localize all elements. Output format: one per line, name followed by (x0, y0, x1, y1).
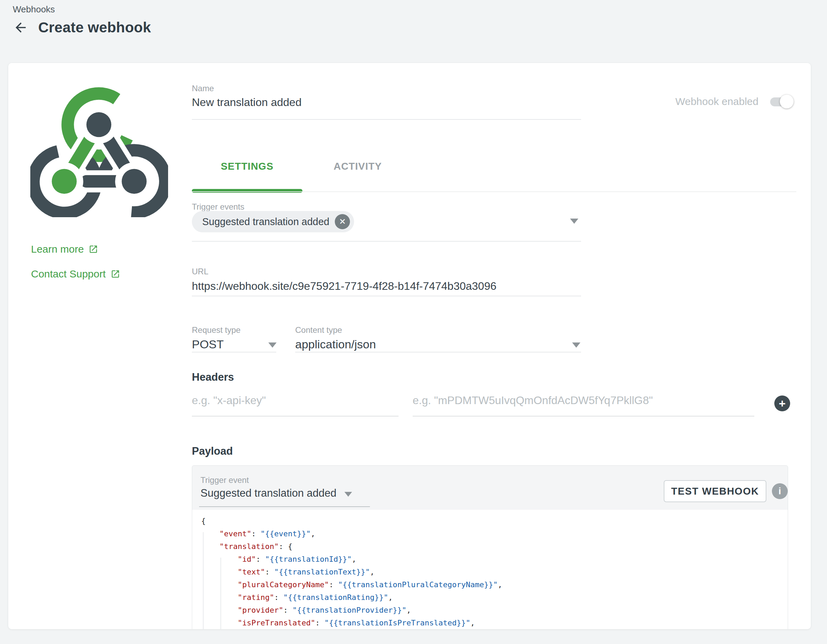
contact-support-label: Contact Support (31, 268, 106, 280)
content-type-select[interactable]: application/json (295, 338, 376, 351)
headers-heading: Headers (192, 371, 234, 383)
name-underline (192, 119, 581, 120)
info-icon: i (779, 486, 781, 497)
payload-code-area[interactable]: { "event": "{{event}}", "translation": {… (192, 510, 788, 629)
request-type-select[interactable]: POST (192, 338, 224, 351)
url-label: URL (192, 267, 208, 276)
payload-heading: Payload (192, 445, 233, 457)
webhook-logo (30, 87, 168, 217)
add-header-button[interactable]: + (774, 395, 790, 411)
arrow-back-icon (13, 20, 28, 35)
webhook-enabled-label: Webhook enabled (676, 96, 758, 107)
create-webhook-page: Webhooks Create webhook Learn more (0, 0, 827, 644)
back-button[interactable] (13, 20, 28, 36)
url-input[interactable] (192, 280, 571, 292)
name-input[interactable] (192, 96, 571, 109)
trigger-event-underline (199, 506, 370, 507)
open-in-new-icon (89, 244, 98, 254)
tab-activity[interactable]: ACTIVITY (303, 150, 413, 183)
active-tab-indicator (192, 189, 303, 193)
header-value-input[interactable] (413, 394, 754, 417)
webhook-card: Learn more Contact Support Name Webhook … (8, 63, 811, 629)
test-webhook-button[interactable]: TEST WEBHOOK (664, 480, 766, 502)
tab-settings[interactable]: SETTINGS (192, 150, 303, 183)
request-type-label: Request type (192, 325, 240, 335)
page-title: Create webhook (38, 19, 151, 36)
request-type-underline (192, 352, 276, 353)
webhook-enabled-toggle[interactable] (770, 95, 793, 109)
content-type-dropdown-arrow-icon[interactable] (572, 342, 580, 348)
chip-remove-button[interactable]: ✕ (335, 214, 350, 229)
webhook-enabled-row: Webhook enabled (676, 95, 793, 109)
info-button[interactable]: i (772, 483, 788, 499)
tab-bar: SETTINGS ACTIVITY (192, 150, 413, 183)
trigger-event-chip[interactable]: Suggested translation added ✕ (192, 211, 354, 232)
trigger-events-underline (192, 241, 581, 242)
contact-support-link[interactable]: Contact Support (31, 268, 120, 280)
payload-panel: Trigger event Suggested translation adde… (192, 465, 788, 629)
learn-more-link[interactable]: Learn more (31, 243, 98, 255)
trigger-event-label: Trigger event (200, 475, 249, 485)
chip-label: Suggested translation added (202, 216, 329, 227)
open-in-new-icon (111, 269, 120, 279)
close-icon: ✕ (339, 217, 346, 227)
learn-more-label: Learn more (31, 243, 84, 255)
header-key-input[interactable] (192, 394, 398, 417)
request-type-dropdown-arrow-icon[interactable] (268, 342, 276, 348)
trigger-event-dropdown-arrow-icon[interactable] (345, 492, 352, 497)
content-type-underline (295, 352, 581, 353)
trigger-events-dropdown-arrow-icon[interactable] (570, 219, 578, 224)
trigger-event-select[interactable]: Suggested translation added (200, 487, 337, 499)
plus-icon: + (779, 398, 786, 409)
content-type-label: Content type (295, 325, 342, 335)
payload-code: { "event": "{{event}}", "translation": {… (192, 510, 788, 629)
tab-baseline (192, 191, 796, 192)
trigger-events-label: Trigger events (192, 202, 245, 212)
url-underline (192, 296, 581, 296)
toggle-knob (780, 95, 794, 109)
name-label: Name (192, 84, 214, 93)
titlebar: Create webhook (13, 19, 151, 36)
breadcrumb[interactable]: Webhooks (13, 4, 55, 15)
